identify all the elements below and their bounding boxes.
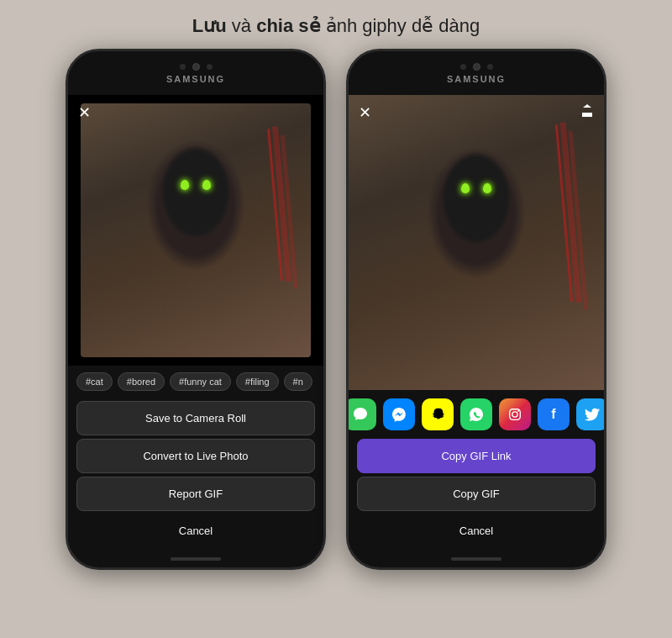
sensor-dot-4: [487, 64, 493, 70]
hashtag-row: #cat #bored #funny cat #filing #n: [68, 366, 323, 398]
phones-container: SAMSUNG ✕ #cat #bored #funny cat #filing: [66, 49, 606, 570]
home-bar-left: [171, 557, 221, 561]
svg-point-2: [517, 410, 519, 412]
convert-live-photo-button[interactable]: Convert to Live Photo: [76, 439, 315, 473]
close-button-left[interactable]: ✕: [78, 103, 91, 122]
whatsapp-icon[interactable]: [460, 398, 492, 430]
cancel-button-left[interactable]: Cancel: [76, 514, 315, 547]
gif-area-right: ✕: [349, 95, 604, 390]
report-gif-button[interactable]: Report GIF: [76, 477, 315, 511]
brand-left: SAMSUNG: [166, 74, 225, 84]
gif-area-left: ✕: [68, 95, 323, 366]
header-word-va: và: [232, 15, 251, 36]
cat-gif-left: [81, 103, 311, 357]
snapchat-icon[interactable]: [422, 398, 454, 430]
eye-left: [181, 180, 189, 190]
hashtag-cat[interactable]: #cat: [76, 372, 113, 391]
sensor-dot-3: [460, 64, 466, 70]
messages-icon[interactable]: [349, 398, 376, 430]
twitter-icon[interactable]: [576, 398, 604, 430]
header-word-chiase: chia sẻ: [256, 15, 320, 36]
instagram-icon[interactable]: [499, 398, 531, 430]
phone-left-bottom: [171, 551, 221, 567]
hashtag-more[interactable]: #n: [284, 372, 312, 391]
copy-gif-link-button[interactable]: Copy GIF Link: [357, 439, 596, 473]
close-button-right[interactable]: ✕: [359, 103, 371, 122]
sensor-dot-1: [180, 64, 186, 70]
camera-sensor-right: [473, 63, 480, 71]
cat-eyes-left: [181, 180, 211, 190]
phone-right-screen: ✕: [349, 95, 604, 551]
camera-sensor: [192, 63, 200, 71]
eye-right: [202, 180, 211, 190]
save-camera-roll-button[interactable]: Save to Camera Roll: [76, 401, 315, 435]
controls-right: f Copy GIF Link Copy GIF Cancel: [349, 390, 604, 551]
eye-left-r: [461, 183, 470, 193]
copy-gif-button[interactable]: Copy GIF: [357, 477, 596, 511]
header-word-luu: Lưu: [192, 15, 227, 36]
phone-left: SAMSUNG ✕ #cat #bored #funny cat #filing: [66, 49, 326, 570]
phone-right-top: SAMSUNG: [349, 51, 604, 95]
brand-right: SAMSUNG: [447, 74, 506, 84]
header-rest: ảnh giphy dễ dàng: [326, 15, 480, 36]
header: Lưu và chia sẻ ảnh giphy dễ dàng: [0, 0, 672, 49]
sensors-left: [180, 63, 213, 71]
hashtag-filing[interactable]: #filing: [236, 372, 279, 391]
sensors-right: [460, 63, 493, 71]
social-icons-row: f: [349, 390, 604, 435]
cat-eyes-right: [461, 183, 491, 193]
messenger-icon[interactable]: [383, 398, 415, 430]
eye-right-r: [483, 183, 491, 193]
cancel-button-right[interactable]: Cancel: [357, 514, 596, 547]
phone-right-bottom: [451, 551, 501, 567]
controls-left: #cat #bored #funny cat #filing #n Save t…: [68, 366, 323, 551]
share-button-right[interactable]: [580, 103, 594, 122]
hashtag-funnycat[interactable]: #funny cat: [170, 372, 231, 391]
home-bar-right: [451, 557, 501, 561]
phone-right: SAMSUNG ✕: [346, 49, 606, 570]
svg-point-1: [512, 412, 517, 417]
hashtag-bored[interactable]: #bored: [118, 372, 165, 391]
facebook-icon[interactable]: f: [538, 398, 570, 430]
cat-gif-right: [349, 95, 604, 390]
phone-left-screen: ✕ #cat #bored #funny cat #filing #n Save…: [68, 95, 323, 551]
phone-left-top: SAMSUNG: [68, 51, 323, 95]
sensor-dot-2: [207, 64, 213, 70]
